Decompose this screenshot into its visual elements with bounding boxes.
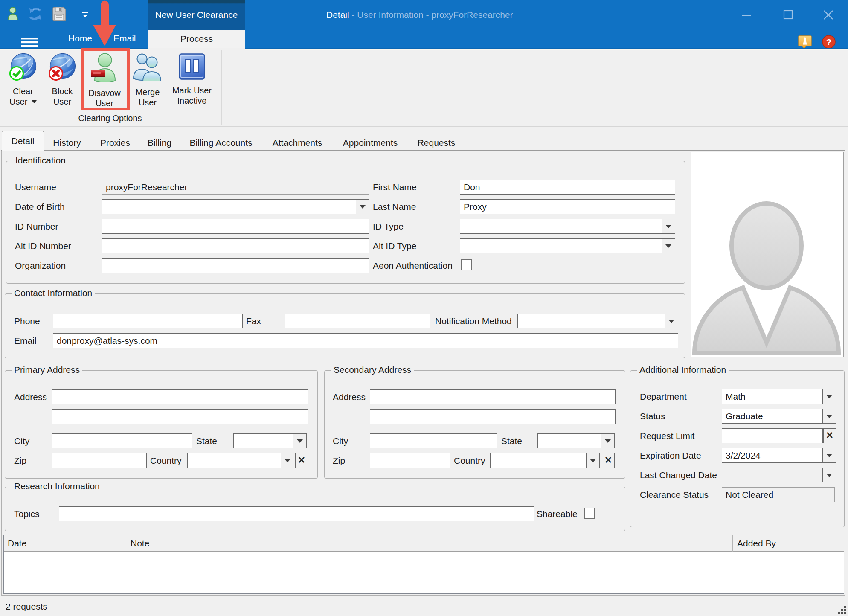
svg-text:?: ? xyxy=(826,37,832,47)
